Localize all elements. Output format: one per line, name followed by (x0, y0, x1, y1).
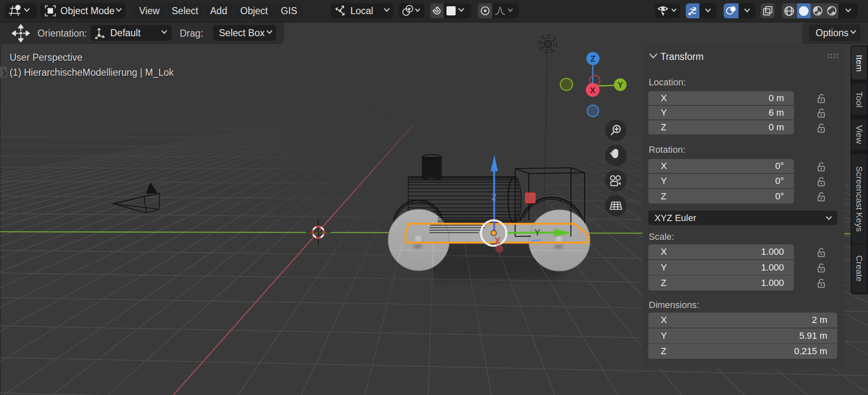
svg-text:Z: Z (590, 54, 595, 63)
svg-text:Y: Y (534, 227, 541, 238)
svg-text:X: X (494, 236, 501, 246)
svg-text:Y: Y (618, 80, 623, 89)
svg-text:X: X (590, 86, 596, 95)
svg-text:Z: Z (491, 193, 496, 202)
